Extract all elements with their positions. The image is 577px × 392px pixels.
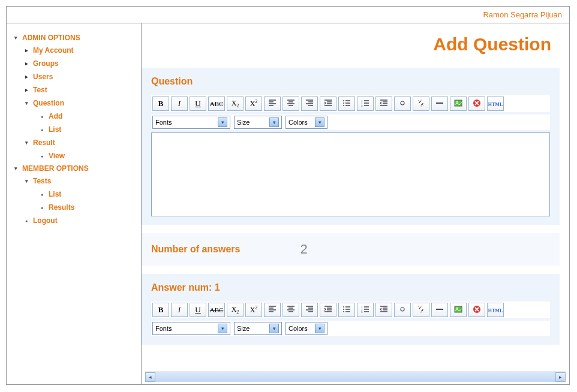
bullet-icon	[23, 61, 29, 67]
sidebar-item-users[interactable]: Users	[13, 70, 135, 83]
colors-select[interactable]: Colors▾	[286, 322, 327, 335]
fonts-select[interactable]: Fonts▾	[152, 116, 230, 129]
image-button[interactable]	[450, 303, 467, 317]
remove-button[interactable]	[468, 303, 485, 317]
image-button[interactable]	[450, 97, 467, 111]
sidebar-item-my-account[interactable]: My Account	[13, 44, 135, 57]
svg-point-16	[456, 307, 458, 309]
size-select[interactable]: Size▾	[234, 322, 282, 335]
nav-section-header[interactable]: ADMIN OPTIONS	[13, 32, 135, 44]
sidebar-item-result[interactable]: Result	[13, 136, 135, 149]
sidebar-subitem-list[interactable]: List	[13, 188, 135, 201]
scroll-left-arrow-icon[interactable]: ◂	[145, 372, 155, 382]
list-bullet-button[interactable]	[338, 97, 355, 111]
bullet-icon	[23, 47, 29, 53]
bullet-icon	[39, 153, 45, 159]
page-title: Add Question	[142, 23, 569, 64]
list-bullet-button[interactable]	[338, 303, 355, 317]
bold-button[interactable]: B	[152, 97, 169, 111]
bullet-icon	[23, 140, 29, 146]
bullet-icon	[39, 191, 45, 197]
svg-rect-6	[455, 100, 462, 106]
unlink-button[interactable]	[413, 97, 429, 111]
sidebar-item-label: Tests	[33, 177, 51, 185]
indent-icon	[324, 305, 332, 315]
outdent-button[interactable]	[375, 97, 392, 111]
scroll-track[interactable]	[155, 372, 555, 382]
unlink-icon	[417, 99, 425, 108]
chevron-down-icon	[13, 165, 19, 171]
strikethrough-icon: ABC	[210, 306, 224, 313]
scroll-right-arrow-icon[interactable]: ▸	[555, 372, 566, 382]
size-select[interactable]: Size▾	[234, 116, 282, 129]
horizontal-scrollbar[interactable]: ◂ ▸	[145, 372, 566, 382]
sidebar-subitem-results[interactable]: Results	[13, 201, 135, 214]
link-icon	[398, 305, 407, 315]
unlink-button[interactable]	[413, 303, 429, 317]
size-select-label: Size	[237, 325, 250, 332]
nav-section-title: ADMIN OPTIONS	[22, 34, 80, 42]
italic-button[interactable]: I	[171, 303, 188, 317]
hr-icon	[435, 305, 444, 315]
sidebar-item-logout[interactable]: Logout	[13, 214, 135, 227]
align-center-button[interactable]	[283, 303, 299, 317]
sidebar-item-label: View	[49, 152, 65, 160]
subscript-button[interactable]: X2	[227, 303, 244, 317]
html-button[interactable]: HTML	[487, 97, 504, 111]
subscript-icon: X2	[232, 99, 239, 108]
align-left-button[interactable]	[264, 303, 281, 317]
list-number-button[interactable]: 123	[357, 97, 374, 111]
fonts-select[interactable]: Fonts▾	[152, 322, 230, 335]
sidebar-subitem-view[interactable]: View	[13, 149, 135, 162]
content: Add Question Question BIUABCX2X2123HTML …	[142, 23, 569, 384]
outdent-button[interactable]	[375, 303, 392, 317]
link-button[interactable]	[394, 97, 411, 111]
sidebar-item-question[interactable]: Question	[13, 97, 135, 110]
strikethrough-button[interactable]: ABC	[208, 303, 225, 317]
nav-section-header[interactable]: MEMBER OPTIONS	[13, 162, 135, 174]
remove-button[interactable]	[468, 97, 485, 111]
italic-button[interactable]: I	[171, 97, 188, 111]
align-center-icon	[287, 99, 295, 108]
colors-select[interactable]: Colors▾	[286, 116, 327, 129]
align-left-button[interactable]	[264, 97, 281, 111]
sidebar-item-label: List	[49, 125, 61, 134]
sidebar-item-label: Question	[33, 99, 64, 107]
superscript-button[interactable]: X2	[245, 303, 262, 317]
subscript-button[interactable]: X2	[227, 97, 244, 111]
sidebar-item-test[interactable]: Test	[13, 83, 135, 97]
list-bullet-icon	[342, 305, 351, 315]
list-number-button[interactable]: 123	[357, 303, 374, 317]
sidebar-subitem-add[interactable]: Add	[13, 110, 135, 123]
chevron-down-icon: ▾	[218, 324, 227, 333]
hr-button[interactable]	[431, 303, 448, 317]
underline-button[interactable]: U	[190, 97, 206, 111]
answer-editor-toolbar: BIUABCX2X2123HTML	[151, 301, 550, 318]
question-editor[interactable]	[151, 132, 550, 216]
align-right-button[interactable]	[301, 97, 318, 111]
indent-button[interactable]	[320, 97, 336, 111]
link-button[interactable]	[394, 303, 411, 317]
hr-button[interactable]	[431, 97, 448, 111]
sidebar-item-label: Users	[33, 73, 53, 81]
strikethrough-button[interactable]: ABC	[208, 97, 225, 111]
html-icon: HTML	[488, 100, 503, 107]
list-bullet-icon	[342, 99, 351, 108]
sidebar-item-label: Logout	[33, 216, 58, 225]
align-center-button[interactable]	[283, 97, 299, 111]
indent-button[interactable]	[320, 303, 336, 317]
sidebar-subitem-list[interactable]: List	[13, 123, 135, 136]
sidebar-item-groups[interactable]: Groups	[13, 57, 135, 70]
bullet-icon	[23, 87, 29, 93]
sidebar-item-tests[interactable]: Tests	[13, 174, 135, 188]
bold-button[interactable]: B	[152, 303, 169, 317]
content-body[interactable]: Question BIUABCX2X2123HTML Fonts▾ Size▾ …	[142, 64, 569, 372]
align-right-button[interactable]	[301, 303, 318, 317]
colors-select-label: Colors	[288, 119, 308, 126]
superscript-button[interactable]: X2	[245, 97, 262, 111]
bold-icon: B	[158, 305, 164, 315]
html-button[interactable]: HTML	[487, 303, 504, 317]
svg-point-1	[343, 102, 344, 104]
link-icon	[398, 99, 407, 108]
underline-button[interactable]: U	[190, 303, 206, 317]
